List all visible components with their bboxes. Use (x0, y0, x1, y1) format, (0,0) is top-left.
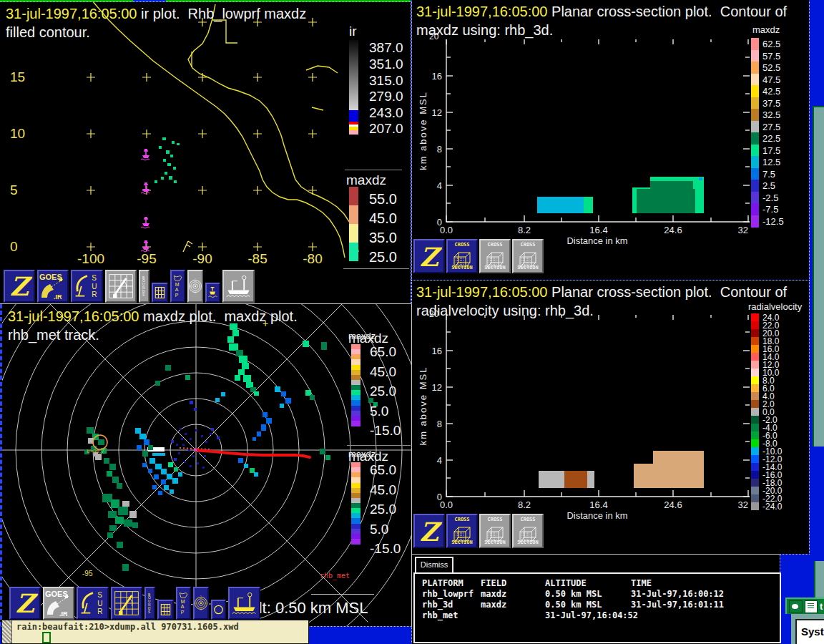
radar-echo-cell (118, 507, 128, 515)
graticule-mark (308, 186, 317, 195)
terminal-scrollbar[interactable] (2, 620, 12, 643)
x-axis-label: Distance in km (566, 510, 627, 521)
radar-echo-cell (117, 483, 122, 489)
radar-echo-cell (275, 386, 280, 392)
dismiss-button[interactable]: Dismiss (415, 557, 453, 574)
graticule-mark (253, 130, 262, 138)
cross-section-button[interactable]: CROSS SECTION (512, 514, 544, 548)
rings-button[interactable] (187, 270, 203, 303)
zebra-logo-button[interactable]: Z (413, 514, 445, 548)
colorbar-value: -15.0 (370, 423, 401, 439)
maxdz-segment (349, 205, 358, 224)
window-menu-icon[interactable] (789, 600, 803, 613)
radar-echo-cell (285, 398, 291, 404)
table-header: PLATFORMFIELDALTITUDETIME (415, 578, 780, 589)
ship-button[interactable] (222, 270, 255, 303)
document-icon[interactable] (805, 600, 818, 613)
sur-radar-button[interactable]: SUR (71, 270, 103, 303)
radar-echo-cell (129, 511, 137, 518)
radar-echo-cell (194, 408, 197, 411)
radar-echo-cell (98, 439, 104, 445)
colorbar-value: 52.5 (762, 62, 780, 73)
colorbar-title: maxdz (348, 449, 388, 464)
table-row: rhb_lowprfmaxdz0.50 km MSL31-Jul-97,16:0… (415, 589, 780, 600)
x-tick-label: 8.2 (518, 499, 531, 510)
radar-echo-cell (195, 429, 197, 431)
zebra-logo-button[interactable]: Z (413, 239, 445, 273)
y-tick-label: 4 (437, 455, 442, 466)
rings-button[interactable] (193, 587, 209, 620)
radar-grid (2, 304, 411, 626)
colorbar-segment (751, 38, 759, 50)
graticule-mark (308, 243, 317, 251)
dialog-panel: Syst (795, 619, 824, 644)
table-row-cell: rhb_3d (422, 600, 453, 610)
grid-radar-button[interactable] (111, 587, 142, 620)
zebra-logo-button[interactable]: Z (4, 270, 35, 303)
colorbar-segment (751, 62, 759, 74)
radar-echo-cell (190, 465, 192, 467)
colorbar-segment (751, 329, 759, 337)
graticule-mark (308, 73, 317, 82)
terminal-window[interactable]: rain:beaufait:210>xdump.all 970731.1605.… (1, 620, 309, 644)
colorbar-segment (751, 321, 759, 329)
x-tick-label: 0.0 (440, 225, 453, 235)
contour-blob (537, 197, 584, 213)
map-button[interactable]: MAP (170, 270, 185, 303)
cross-section-button[interactable]: CROSS SECTION (512, 239, 544, 273)
sur-radar-button[interactable]: SUR (77, 587, 109, 620)
maxdz-segment (349, 243, 358, 261)
radar-echo-cell (174, 467, 178, 472)
dialog-title-text: t (820, 601, 823, 612)
small-grid-button[interactable] (152, 283, 168, 303)
small-grid-button[interactable] (157, 600, 174, 620)
wind-barb-icon (183, 241, 192, 252)
timestamp: 31-jul-1997,16:05:00 (416, 284, 547, 300)
zebra-logo-button[interactable]: Z (9, 587, 41, 620)
dialog-text: Syst (801, 625, 824, 638)
colorbar-segment (751, 400, 759, 408)
radar-echo-cell (321, 342, 327, 350)
buoy-icon (141, 240, 149, 252)
table-header-cell: FIELD (481, 578, 506, 588)
ship-button[interactable] (228, 587, 260, 620)
cross-section-button[interactable]: CROSS SECTION (446, 514, 478, 548)
xs2-title: 31-jul-1997,16:05:00 Planar cross-sectio… (416, 284, 787, 301)
bounds-button[interactable]: BOUNDS (144, 587, 155, 620)
cross-section-button[interactable]: CROSS SECTION (479, 514, 511, 548)
x-axis-label: Distance in km (566, 235, 627, 246)
y-axis-label: km above MSL (418, 366, 428, 446)
radar-echo-cell (132, 522, 138, 528)
svg-text:S: S (92, 274, 97, 282)
colorbar-segment (751, 97, 759, 109)
buoy-button[interactable] (205, 283, 220, 303)
map-button[interactable]: MAP (176, 587, 191, 620)
circle-button[interactable] (211, 600, 226, 620)
radar-echo-cell (257, 431, 261, 436)
table-row: rhb_3dmaxdz0.50 km MSL31-Jul-97,16:01:11 (415, 600, 780, 610)
bounds-button[interactable]: BOUNDS (139, 270, 149, 303)
goes-ir-button[interactable]: GOES.IR (43, 587, 74, 620)
graticule-mark (87, 186, 95, 195)
cross-section-button[interactable]: CROSS SECTION (479, 239, 511, 273)
graticule-mark (253, 243, 262, 251)
window-cross-section-radialvelocity: 04812160.08.216.424.632Distance in kmkm … (412, 280, 809, 554)
colorbar-segment (751, 203, 759, 215)
colorbar-segment (751, 376, 759, 384)
radar-echo-cell (170, 489, 174, 494)
radar-echo-cell (181, 438, 183, 440)
goes-ir-button[interactable]: GOES.IR (37, 270, 69, 303)
svg-text:M: M (175, 282, 180, 287)
contour-blob (564, 471, 587, 488)
grid-radar-button[interactable] (105, 270, 137, 303)
table-row-cell: rhb_lowprf (422, 589, 474, 599)
colorbar-segment (751, 168, 759, 180)
dialog-titlebar: t (785, 597, 824, 614)
x-tick-label: 24.6 (664, 499, 682, 510)
radar-echo-cell (215, 398, 220, 402)
colorbar-value: 17.5 (762, 145, 780, 156)
colorbar-segment (751, 447, 759, 455)
graticule-mark (198, 73, 207, 82)
colorbar-value: 45.0 (370, 482, 396, 498)
cross-section-button[interactable]: CROSS SECTION (446, 239, 478, 273)
